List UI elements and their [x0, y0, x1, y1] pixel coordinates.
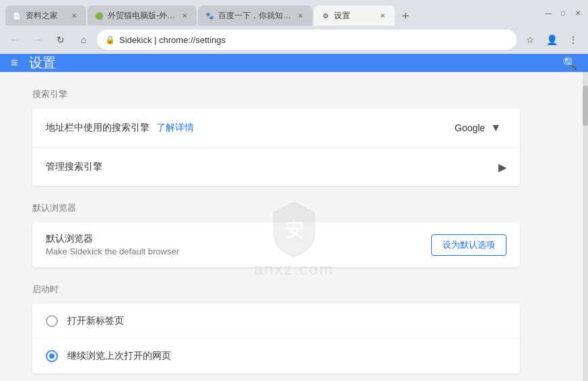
address-bar[interactable]: 🔒 Sidekick | chrome://settings	[97, 30, 517, 50]
default-browser-section-label: 默认浏览器	[32, 202, 520, 214]
tab-strip: 📄 资料之家 ✕ 🟢 外贸猫电脑版-外… ✕ 🐾 百度一下，你就知… ✕ ⚙ 设…	[5, 0, 535, 26]
nav-bar: ← → ↻ ⌂ 🔒 Sidekick | chrome://settings ☆…	[0, 26, 588, 54]
hamburger-icon[interactable]: ≡	[11, 56, 18, 70]
settings-search-icon[interactable]: 🔍	[562, 56, 577, 71]
address-text: Sidekick | chrome://settings	[119, 35, 509, 45]
refresh-button[interactable]: ↻	[51, 30, 70, 49]
tab-close-4[interactable]: ✕	[377, 10, 388, 21]
tab-label-2: 外贸猫电脑版-外…	[108, 10, 175, 22]
settings-header: ≡ 设置 🔍	[0, 54, 588, 72]
settings-content: 搜索引擎 地址栏中使用的搜索引擎 了解详情 Google ▼	[0, 72, 583, 381]
make-default-label-group: 默认浏览器 Make Sidekick the default browser	[46, 233, 431, 256]
manage-engines-row[interactable]: 管理搜索引擎 ▶	[32, 148, 520, 186]
settings-wrapper: ≡ 设置 🔍 搜索引擎 地址栏中使用的搜索引擎 了解详情	[0, 54, 588, 381]
search-engine-card: 地址栏中使用的搜索引擎 了解详情 Google ▼	[32, 108, 520, 186]
tab-label-4: 设置	[334, 10, 373, 22]
forward-button[interactable]: →	[28, 30, 47, 49]
learn-more-link[interactable]: 了解详情	[156, 122, 194, 133]
search-engine-section-label: 搜索引擎	[32, 88, 520, 100]
default-browser-card: 默认浏览器 Make Sidekick the default browser …	[32, 222, 520, 267]
manage-engines-right: ▶	[498, 161, 507, 174]
startup-card: 打开新标签页 继续浏览上次打开的网页	[32, 304, 520, 374]
search-engine-value: Google	[455, 123, 485, 133]
title-bar: 📄 资料之家 ✕ 🟢 外贸猫电脑版-外… ✕ 🐾 百度一下，你就知… ✕ ⚙ 设…	[0, 0, 588, 26]
manage-engines-text: 管理搜索引擎	[46, 161, 102, 172]
default-browser-subtitle: Make Sidekick the default browser	[46, 246, 431, 256]
lock-icon: 🔒	[105, 35, 115, 44]
tab-close-2[interactable]: ✕	[179, 10, 190, 21]
close-button[interactable]: ✕	[573, 8, 583, 18]
tab-favicon-4: ⚙	[321, 11, 330, 20]
startup-section-label: 启动时	[32, 283, 520, 296]
settings-content-wrapper: 搜索引擎 地址栏中使用的搜索引擎 了解详情 Google ▼	[0, 72, 588, 381]
new-tab-button[interactable]: +	[396, 7, 415, 26]
tab-favicon-3: 🐾	[205, 11, 214, 20]
search-engine-dropdown[interactable]: Google ▼	[449, 119, 507, 137]
dropdown-container[interactable]: Google ▼	[449, 119, 507, 137]
scrollbar-thumb[interactable]	[583, 85, 588, 126]
nav-right-buttons: ☆ 👤 ⋮	[521, 30, 583, 49]
bookmark-button[interactable]: ☆	[521, 30, 540, 49]
tab-waimaomao[interactable]: 🟢 外贸猫电脑版-外… ✕	[88, 5, 197, 26]
tab-favicon-2: 🟢	[94, 11, 104, 20]
tab-settings[interactable]: ⚙ 设置 ✕	[314, 5, 395, 26]
browser-frame: 📄 资料之家 ✕ 🟢 外贸猫电脑版-外… ✕ 🐾 百度一下，你就知… ✕ ⚙ 设…	[0, 0, 588, 381]
open-new-tab-label: 打开新标签页	[67, 315, 124, 327]
back-button[interactable]: ←	[5, 30, 24, 49]
home-button[interactable]: ⌂	[74, 30, 93, 49]
radio-open-new-tab[interactable]	[46, 315, 58, 327]
tab-label-3: 百度一下，你就知…	[218, 10, 291, 22]
default-btn-container: 设为默认选项	[431, 234, 507, 256]
tab-close-1[interactable]: ✕	[69, 10, 79, 21]
tab-close-3[interactable]: ✕	[295, 10, 306, 21]
make-default-row: 默认浏览器 Make Sidekick the default browser …	[32, 222, 520, 267]
open-new-tab-row[interactable]: 打开新标签页	[32, 304, 520, 339]
dropdown-arrow-icon: ▼	[490, 122, 501, 134]
continue-where-left-row[interactable]: 继续浏览上次打开的网页	[32, 339, 520, 374]
content-area: 搜索引擎 地址栏中使用的搜索引擎 了解详情 Google ▼	[0, 72, 552, 381]
menu-button[interactable]: ⋮	[564, 30, 583, 49]
manage-engines-label: 管理搜索引擎	[46, 161, 498, 173]
radio-continue-where-left[interactable]	[46, 350, 58, 362]
tab-baidu[interactable]: 🐾 百度一下，你就知… ✕	[198, 5, 313, 26]
continue-where-left-label: 继续浏览上次打开的网页	[67, 350, 171, 362]
address-bar-engine-label: 地址栏中使用的搜索引擎 了解详情	[46, 122, 449, 134]
minimize-button[interactable]: —	[544, 8, 553, 18]
arrow-right-icon: ▶	[498, 161, 507, 174]
address-bar-engine-row: 地址栏中使用的搜索引擎 了解详情 Google ▼	[32, 108, 520, 148]
settings-page-title: 设置	[29, 54, 56, 72]
window-controls: — □ ✕	[544, 8, 583, 18]
profile-button[interactable]: 👤	[542, 30, 561, 49]
set-default-button[interactable]: 设为默认选项	[431, 234, 507, 256]
tab-favicon-1: 📄	[12, 11, 22, 20]
address-bar-engine-text: 地址栏中使用的搜索引擎	[46, 122, 150, 133]
tab-resource-home[interactable]: 📄 资料之家 ✕	[5, 5, 86, 26]
maximize-button[interactable]: □	[558, 8, 568, 18]
tab-label-1: 资料之家	[26, 10, 65, 22]
scrollbar-track[interactable]	[583, 72, 588, 381]
default-browser-title: 默认浏览器	[46, 233, 431, 245]
